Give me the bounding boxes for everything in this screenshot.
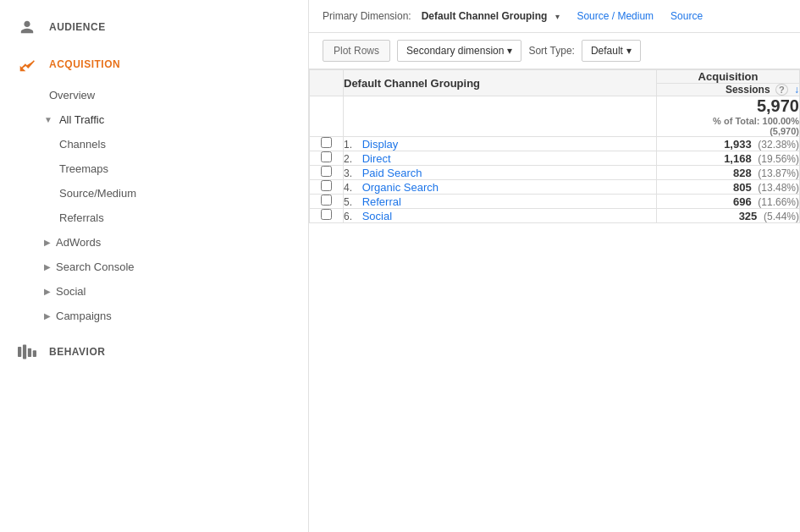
th-acquisition: Acquisition (657, 70, 800, 84)
row-sessions-4: 805 (13.48%) (657, 180, 800, 195)
row-num-3: 3. (344, 167, 352, 179)
sidebar: AUDIENCE ACQUISITION Overview ▼ All Traf… (0, 0, 309, 532)
chevron-right-icon-2: ▶ (44, 262, 51, 271)
sidebar-item-campaigns[interactable]: ▶ Campaigns (0, 304, 308, 328)
svg-rect-4 (33, 350, 36, 357)
sidebar-section-audience[interactable]: AUDIENCE (0, 8, 308, 46)
row-sessions-2: 1,168 (19.56%) (657, 151, 800, 166)
channel-link-social[interactable]: Social (362, 210, 392, 222)
chevron-right-icon-3: ▶ (44, 287, 51, 296)
svg-rect-3 (28, 348, 31, 357)
chevron-down-icon: ▼ (44, 115, 52, 124)
chevron-right-icon: ▶ (44, 238, 51, 247)
secondary-dim-dropdown-icon: ▾ (507, 45, 512, 57)
row-sessions-6: 325 (5.44%) (657, 209, 800, 223)
dim-link-source-medium[interactable]: Source / Medium (577, 10, 654, 22)
svg-rect-2 (23, 345, 26, 359)
sidebar-item-channels[interactable]: Channels (0, 132, 308, 156)
channel-link-display[interactable]: Display (362, 138, 399, 151)
sidebar-item-social[interactable]: ▶ Social (0, 279, 308, 304)
main-content: Primary Dimension: Default Channel Group… (309, 0, 800, 532)
sessions-sort-icon: ↓ (794, 84, 799, 96)
acquisition-icon (17, 54, 37, 74)
sort-type-label: Sort Type: (528, 45, 574, 57)
sidebar-section-behavior[interactable]: BEHAVIOR (0, 333, 308, 370)
acquisition-label: ACQUISITION (49, 58, 120, 70)
behavior-label: BEHAVIOR (49, 346, 105, 358)
primary-dimension-label: Primary Dimension: (323, 10, 411, 22)
audience-label: AUDIENCE (49, 21, 106, 33)
chevron-right-icon-4: ▶ (44, 311, 51, 321)
secondary-toolbar: Plot Rows Secondary dimension ▾ Sort Typ… (309, 33, 800, 69)
table-row: 1. Display 1,933 (32.38%) (310, 137, 800, 151)
row-num-2: 2. (344, 153, 352, 165)
behavior-icon (17, 342, 37, 362)
sidebar-item-overview[interactable]: Overview (0, 83, 308, 107)
th-sessions[interactable]: Sessions ? ↓ (657, 84, 800, 96)
row-sessions-3: 828 (13.87%) (657, 166, 800, 180)
sort-dropdown-icon: ▾ (626, 45, 632, 57)
row-sessions-1: 1,933 (32.38%) (657, 137, 800, 151)
row-checkbox-2[interactable] (310, 151, 344, 166)
sidebar-item-treemaps[interactable]: Treemaps (0, 156, 308, 181)
row-num-1: 1. (344, 139, 352, 151)
primary-dimension-value[interactable]: Default Channel Grouping (422, 10, 548, 22)
svg-rect-1 (18, 347, 21, 357)
sort-button[interactable]: Default ▾ (582, 40, 641, 62)
sidebar-item-all-traffic[interactable]: ▼ All Traffic (0, 107, 308, 132)
data-table: Default Channel Grouping Acquisition Ses… (309, 69, 800, 223)
sidebar-item-referrals[interactable]: Referrals (0, 206, 308, 230)
row-num-6: 6. (344, 211, 352, 222)
th-checkbox (310, 70, 344, 96)
row-num-5: 5. (344, 196, 352, 208)
row-checkbox-1[interactable] (310, 137, 344, 151)
sidebar-section-acquisition[interactable]: ACQUISITION (0, 46, 308, 83)
th-channel: Default Channel Grouping (344, 70, 657, 96)
table-row: 3. Paid Search 828 (13.87%) (310, 166, 800, 180)
primary-dim-dropdown-icon[interactable]: ▾ (555, 12, 560, 21)
table-row: 6. Social 325 (5.44%) (310, 209, 800, 223)
table-row: 2. Direct 1,168 (19.56%) (310, 151, 800, 166)
channel-link-organic-search[interactable]: Organic Search (362, 181, 439, 194)
row-num-4: 4. (344, 182, 352, 194)
channel-link-referral[interactable]: Referral (362, 195, 401, 208)
primary-dimension-toolbar: Primary Dimension: Default Channel Group… (309, 0, 800, 33)
sidebar-item-source-medium[interactable]: Source/Medium (0, 181, 308, 206)
channel-link-paid-search[interactable]: Paid Search (362, 167, 422, 179)
person-icon (17, 17, 37, 37)
row-checkbox-6[interactable] (310, 209, 344, 223)
secondary-dimension-button[interactable]: Secondary dimension ▾ (397, 40, 521, 62)
sidebar-item-adwords[interactable]: ▶ AdWords (0, 230, 308, 255)
channel-link-direct[interactable]: Direct (362, 152, 391, 165)
total-sessions: 5,970 % of Total: 100.00% (5,970) (657, 96, 800, 137)
plot-rows-button[interactable]: Plot Rows (323, 40, 390, 62)
row-checkbox-3[interactable] (310, 166, 344, 180)
total-row: 5,970 % of Total: 100.00% (5,970) (310, 96, 800, 137)
row-checkbox-5[interactable] (310, 195, 344, 209)
table-row: 5. Referral 696 (11.66%) (310, 195, 800, 209)
sidebar-item-search-console[interactable]: ▶ Search Console (0, 255, 308, 279)
row-checkbox-4[interactable] (310, 180, 344, 195)
dim-link-source[interactable]: Source (670, 10, 703, 22)
table-row: 4. Organic Search 805 (13.48%) (310, 180, 800, 195)
row-sessions-5: 696 (11.66%) (657, 195, 800, 209)
total-pct: % of Total: 100.00% (5,970) (657, 116, 799, 136)
